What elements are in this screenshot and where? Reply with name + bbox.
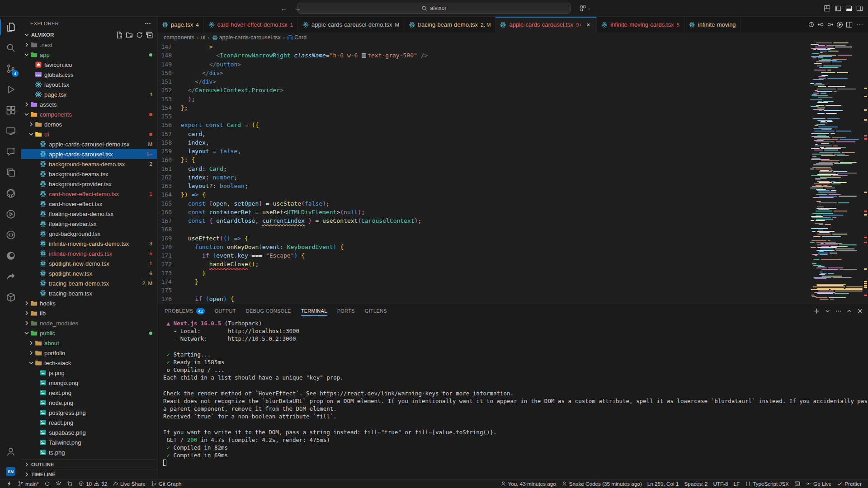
status-remote[interactable] [4,479,15,488]
minimap[interactable] [809,42,863,304]
tree-file-infinite-moving-cards.tsx[interactable]: infinite-moving-cards.tsx5 [21,249,157,258]
tree-file-card-hover-effect.tsx[interactable]: card-hover-effect.tsx [21,199,157,209]
tree-file-tracing-beam.tsx[interactable]: tracing-beam.tsx [21,288,157,298]
tree-file-background-beams.tsx[interactable]: background-beams.tsx [21,169,157,179]
activity-run-debug[interactable] [0,79,21,100]
status-ports[interactable] [792,479,803,488]
tab-page.tsx[interactable]: page.tsx4 [157,17,204,33]
panel-tab-output[interactable]: OUTPUT [215,304,236,318]
breadcrumb-item[interactable]: ui [201,34,205,41]
activity-github[interactable] [0,183,21,204]
back-arrow-icon[interactable]: ← [279,5,288,12]
tree-file-layout.tsx[interactable]: layout.tsx [21,80,157,89]
tree-folder-hooks[interactable]: hooks [21,298,157,308]
tree-folder-node_modules[interactable]: node_modules [21,318,157,328]
next-change-icon[interactable] [826,21,834,28]
terminal-output[interactable]: ▲ Next.js 16.0.5 (Turbopack) - Local: ht… [157,318,868,479]
tree-file-Tailwind.png[interactable]: Tailwind.png [21,437,157,447]
toggle-secondary-sidebar-icon[interactable] [856,5,863,12]
status-git-branch[interactable]: main* [15,479,42,488]
tree-folder-.next[interactable]: .next [21,40,157,50]
plus-icon[interactable] [813,308,820,314]
tree-file-tracing-beam-demo.tsx[interactable]: tracing-beam-demo.tsx2, M [21,278,157,288]
activity-remote-explorer[interactable] [0,121,21,141]
toggle-panel-icon[interactable] [845,5,853,12]
tree-file-background-beams-demo.tsx[interactable]: background-beams-demo.tsx2 [21,159,157,169]
chevron-down-icon[interactable] [824,308,831,314]
overview-ruler[interactable] [863,42,868,304]
status-gitlens-compare[interactable] [64,479,75,488]
status-language-mode[interactable]: TypeScript JSX [742,479,792,488]
tree-file-floating-navbar-demo.tsx[interactable]: floating-navbar-demo.tsx [21,209,157,219]
status-gitlens-launchpad[interactable] [53,479,64,488]
tree-folder-ui[interactable]: ui [21,129,157,139]
status-sync[interactable] [42,479,53,488]
status-cursor-position[interactable]: Ln 259, Col 1 [645,479,682,488]
activity-source-control[interactable]: 4 [0,58,21,79]
status-gitlens-repo[interactable]: Snake Codes (35 minutes ago) [559,479,645,488]
tree-file-ts.png[interactable]: ts.png [21,447,157,457]
tree-folder-components[interactable]: components [21,109,157,119]
history-icon[interactable] [807,21,815,28]
tree-folder-public[interactable]: public [21,328,157,338]
activity-code-runner[interactable] [0,225,21,245]
run-icon[interactable] [836,21,844,28]
tree-folder-portfolio[interactable]: portfolio [21,348,157,358]
tree-file-apple-cards-carousel-demo.tsx[interactable]: apple-cards-carousel-demo.tsxM [21,139,157,149]
tab-apple-cards-carousel.tsx[interactable]: apple-cards-carousel.tsx9+× [495,17,597,33]
command-center-search[interactable]: alvixor [297,3,571,14]
new-folder-icon[interactable] [126,31,133,39]
tree-file-mongo.png[interactable]: mongo.png [21,378,157,388]
collapse-all-icon[interactable] [146,31,153,39]
activity-search[interactable] [0,38,21,58]
tree-file-next.png[interactable]: next.png [21,388,157,398]
tree-file-background-provider.tsx[interactable]: background-provider.tsx [21,179,157,189]
tree-file-spotlight-new.tsx[interactable]: spotlight-new.tsx6 [21,268,157,278]
status-encoding[interactable]: UTF-8 [710,479,731,488]
panel-tab-terminal[interactable]: TERMINAL [301,304,327,318]
tab-infinite-moving-cards.tsx[interactable]: infinite-moving-cards.tsx5 [597,17,684,33]
prev-change-icon[interactable] [817,21,825,28]
tree-file-node.png[interactable]: node.png [21,398,157,408]
tree-file-globals.css[interactable]: cssglobals.css [21,70,157,80]
panel-tab-gitlens[interactable]: GITLENS [365,304,387,318]
tree-file-infinite-moving-cards-demo.tsx[interactable]: infinite-moving-cards-demo.tsx3 [21,239,157,249]
tree-folder-demos[interactable]: demos [21,119,157,129]
forward-arrow-icon[interactable]: → [293,5,302,12]
close-icon[interactable]: × [585,21,592,28]
tab-card-hover-effect-demo.tsx[interactable]: card-hover-effect-demo.tsx1 [204,17,298,33]
activity-account[interactable] [0,441,21,462]
explorer-more-icon[interactable] [144,20,151,27]
tab-apple-cards-carousel-demo.tsx[interactable]: apple-cards-carousel-demo.tsxM [298,17,404,33]
toggle-sidebar-icon[interactable] [834,5,842,12]
tab-infinite-moving[interactable]: infinite-moving [684,17,741,33]
more-actions-icon[interactable]: ⋯ [855,21,864,29]
tree-file-spotlight-new-demo.tsx[interactable]: spotlight-new-demo.tsx1 [21,258,157,268]
tree-file-grid-background.tsx[interactable]: grid-background.tsx [21,229,157,239]
activity-files[interactable] [0,17,21,38]
activity-live-preview[interactable] [0,204,21,225]
tree-file-supabase.png[interactable]: supabase.png [21,427,157,437]
tree-folder-lib[interactable]: lib [21,308,157,318]
tree-file-apple-cards-carousel.tsx[interactable]: apple-cards-carousel.tsx9+ [21,149,157,159]
activity-extensions[interactable] [0,100,21,121]
refresh-icon[interactable] [136,31,143,39]
copilot-menu[interactable]: ⌄ [580,5,591,12]
tree-folder-tech-stack[interactable]: tech-stack [21,358,157,368]
breadcrumb-item[interactable]: apple-cards-carousel.tsx [219,34,281,41]
status-git-graph[interactable]: Git Graph [148,479,184,488]
status-go-live[interactable]: Go Live [803,479,834,488]
activity-copy[interactable] [0,162,21,183]
section-outline[interactable]: OUTLINE [21,459,157,469]
tree-file-card-hover-effect-demo.tsx[interactable]: card-hover-effect-demo.tsx1 [21,189,157,199]
status-gitlens-blame[interactable]: You, 43 minutes ago [498,479,559,488]
status-problems[interactable]: 1032 [75,479,110,488]
activity-browser[interactable] [0,245,21,266]
ellipsis-icon[interactable] [835,308,842,314]
explorer-section-header[interactable]: ALVIXOR [21,30,157,40]
new-file-icon[interactable] [116,31,123,39]
activity-share[interactable] [0,266,21,287]
split-editor-icon[interactable] [845,21,853,28]
code-content[interactable]: 147 >148 <IconArrowNarrowRight className… [157,42,809,304]
tree-file-floating-navbar.tsx[interactable]: floating-navbar.tsx [21,219,157,229]
